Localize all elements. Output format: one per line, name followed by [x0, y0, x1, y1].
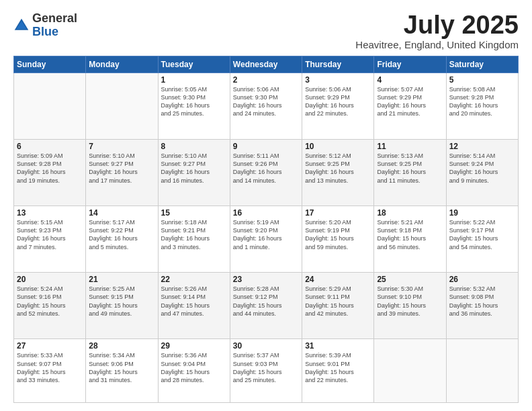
- day-number: 4: [377, 75, 443, 85]
- day-number: 17: [305, 208, 371, 218]
- calendar-header: SundayMondayTuesdayWednesdayThursdayFrid…: [14, 56, 519, 73]
- day-info: Sunrise: 5:15 AM Sunset: 9:23 PM Dayligh…: [17, 218, 83, 251]
- day-info: Sunrise: 5:11 AM Sunset: 9:26 PM Dayligh…: [233, 152, 299, 185]
- day-info: Sunrise: 5:18 AM Sunset: 9:21 PM Dayligh…: [161, 218, 227, 251]
- day-cell: 1Sunrise: 5:05 AM Sunset: 9:30 PM Daylig…: [158, 73, 230, 140]
- day-cell: [86, 73, 158, 140]
- day-cell: 21Sunrise: 5:25 AM Sunset: 9:15 PM Dayli…: [86, 273, 158, 339]
- header: General Blue July 2025 Heavitree, Englan…: [13, 12, 519, 50]
- day-number: 26: [449, 275, 515, 284]
- day-cell: 5Sunrise: 5:08 AM Sunset: 9:28 PM Daylig…: [446, 73, 518, 140]
- title-area: July 2025 Heavitree, England, United Kin…: [355, 12, 519, 50]
- day-number: 24: [305, 275, 371, 284]
- day-cell: 20Sunrise: 5:24 AM Sunset: 9:16 PM Dayli…: [14, 273, 86, 339]
- day-cell: 4Sunrise: 5:07 AM Sunset: 9:29 PM Daylig…: [374, 73, 446, 140]
- col-header-thursday: Thursday: [302, 56, 374, 73]
- day-info: Sunrise: 5:39 AM Sunset: 9:01 PM Dayligh…: [305, 351, 371, 384]
- day-number: 8: [161, 142, 227, 151]
- day-number: 18: [377, 208, 443, 218]
- day-cell: 10Sunrise: 5:12 AM Sunset: 9:25 PM Dayli…: [302, 140, 374, 206]
- day-number: 2: [233, 75, 299, 85]
- col-header-sunday: Sunday: [14, 56, 86, 73]
- day-info: Sunrise: 5:30 AM Sunset: 9:10 PM Dayligh…: [377, 285, 443, 318]
- day-cell: 2Sunrise: 5:06 AM Sunset: 9:30 PM Daylig…: [230, 73, 302, 140]
- day-cell: 29Sunrise: 5:36 AM Sunset: 9:04 PM Dayli…: [158, 339, 230, 403]
- week-row-4: 20Sunrise: 5:24 AM Sunset: 9:16 PM Dayli…: [14, 273, 519, 339]
- day-number: 28: [89, 341, 154, 351]
- day-number: 6: [17, 142, 83, 151]
- day-number: 31: [305, 341, 371, 351]
- day-cell: 19Sunrise: 5:22 AM Sunset: 9:17 PM Dayli…: [446, 206, 518, 273]
- day-number: 25: [377, 275, 443, 284]
- day-cell: 18Sunrise: 5:21 AM Sunset: 9:18 PM Dayli…: [374, 206, 446, 273]
- day-info: Sunrise: 5:19 AM Sunset: 9:20 PM Dayligh…: [233, 218, 299, 251]
- logo-blue-text: Blue: [32, 25, 58, 38]
- day-info: Sunrise: 5:34 AM Sunset: 9:06 PM Dayligh…: [89, 351, 154, 384]
- day-cell: 30Sunrise: 5:37 AM Sunset: 9:03 PM Dayli…: [230, 339, 302, 403]
- day-info: Sunrise: 5:26 AM Sunset: 9:14 PM Dayligh…: [161, 285, 227, 318]
- day-number: 19: [449, 208, 515, 218]
- week-row-3: 13Sunrise: 5:15 AM Sunset: 9:23 PM Dayli…: [14, 206, 519, 273]
- day-number: 21: [89, 275, 154, 284]
- day-info: Sunrise: 5:06 AM Sunset: 9:30 PM Dayligh…: [233, 85, 299, 118]
- day-info: Sunrise: 5:17 AM Sunset: 9:22 PM Dayligh…: [89, 218, 154, 251]
- col-header-monday: Monday: [86, 56, 158, 73]
- day-cell: [374, 339, 446, 403]
- day-cell: 8Sunrise: 5:10 AM Sunset: 9:27 PM Daylig…: [158, 140, 230, 206]
- day-cell: 25Sunrise: 5:30 AM Sunset: 9:10 PM Dayli…: [374, 273, 446, 339]
- logo: General Blue: [13, 12, 77, 39]
- day-number: 22: [161, 275, 227, 284]
- day-number: 9: [233, 142, 299, 151]
- day-cell: 13Sunrise: 5:15 AM Sunset: 9:23 PM Dayli…: [14, 206, 86, 273]
- day-number: 27: [17, 341, 83, 351]
- day-number: 3: [305, 75, 371, 85]
- day-info: Sunrise: 5:10 AM Sunset: 9:27 PM Dayligh…: [89, 152, 154, 185]
- day-info: Sunrise: 5:13 AM Sunset: 9:25 PM Dayligh…: [377, 152, 443, 185]
- day-number: 23: [233, 275, 299, 284]
- day-info: Sunrise: 5:25 AM Sunset: 9:15 PM Dayligh…: [89, 285, 154, 318]
- col-header-friday: Friday: [374, 56, 446, 73]
- day-cell: [446, 339, 518, 403]
- day-cell: 22Sunrise: 5:26 AM Sunset: 9:14 PM Dayli…: [158, 273, 230, 339]
- day-info: Sunrise: 5:32 AM Sunset: 9:08 PM Dayligh…: [449, 285, 515, 318]
- day-cell: 26Sunrise: 5:32 AM Sunset: 9:08 PM Dayli…: [446, 273, 518, 339]
- day-number: 5: [449, 75, 515, 85]
- col-header-saturday: Saturday: [446, 56, 518, 73]
- day-number: 7: [89, 142, 154, 151]
- day-number: 12: [449, 142, 515, 151]
- day-number: 30: [233, 341, 299, 351]
- calendar-table: SundayMondayTuesdayWednesdayThursdayFrid…: [13, 56, 519, 403]
- calendar-body: 1Sunrise: 5:05 AM Sunset: 9:30 PM Daylig…: [14, 73, 519, 403]
- logo-icon: [13, 17, 30, 34]
- day-cell: 7Sunrise: 5:10 AM Sunset: 9:27 PM Daylig…: [86, 140, 158, 206]
- page: General Blue July 2025 Heavitree, Englan…: [0, 0, 532, 411]
- day-number: 20: [17, 275, 83, 284]
- day-info: Sunrise: 5:12 AM Sunset: 9:25 PM Dayligh…: [305, 152, 371, 185]
- day-cell: [14, 73, 86, 140]
- day-info: Sunrise: 5:36 AM Sunset: 9:04 PM Dayligh…: [161, 351, 227, 384]
- day-number: 11: [377, 142, 443, 151]
- month-title: July 2025: [355, 12, 519, 38]
- col-header-tuesday: Tuesday: [158, 56, 230, 73]
- day-cell: 9Sunrise: 5:11 AM Sunset: 9:26 PM Daylig…: [230, 140, 302, 206]
- day-info: Sunrise: 5:33 AM Sunset: 9:07 PM Dayligh…: [17, 351, 83, 384]
- day-cell: 28Sunrise: 5:34 AM Sunset: 9:06 PM Dayli…: [86, 339, 158, 403]
- day-cell: 27Sunrise: 5:33 AM Sunset: 9:07 PM Dayli…: [14, 339, 86, 403]
- day-cell: 31Sunrise: 5:39 AM Sunset: 9:01 PM Dayli…: [302, 339, 374, 403]
- day-info: Sunrise: 5:09 AM Sunset: 9:28 PM Dayligh…: [17, 152, 83, 185]
- day-number: 10: [305, 142, 371, 151]
- location: Heavitree, England, United Kingdom: [355, 39, 519, 50]
- day-number: 29: [161, 341, 227, 351]
- col-header-wednesday: Wednesday: [230, 56, 302, 73]
- logo-general-text: General: [32, 11, 77, 25]
- day-cell: 11Sunrise: 5:13 AM Sunset: 9:25 PM Dayli…: [374, 140, 446, 206]
- day-cell: 23Sunrise: 5:28 AM Sunset: 9:12 PM Dayli…: [230, 273, 302, 339]
- day-cell: 16Sunrise: 5:19 AM Sunset: 9:20 PM Dayli…: [230, 206, 302, 273]
- week-row-5: 27Sunrise: 5:33 AM Sunset: 9:07 PM Dayli…: [14, 339, 519, 403]
- day-info: Sunrise: 5:22 AM Sunset: 9:17 PM Dayligh…: [449, 218, 515, 251]
- day-number: 13: [17, 208, 83, 218]
- day-number: 14: [89, 208, 154, 218]
- day-info: Sunrise: 5:37 AM Sunset: 9:03 PM Dayligh…: [233, 351, 299, 384]
- day-info: Sunrise: 5:06 AM Sunset: 9:29 PM Dayligh…: [305, 85, 371, 118]
- day-info: Sunrise: 5:07 AM Sunset: 9:29 PM Dayligh…: [377, 85, 443, 118]
